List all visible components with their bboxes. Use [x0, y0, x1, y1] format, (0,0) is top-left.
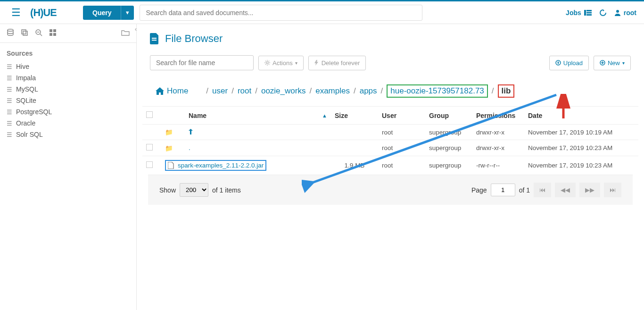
file-icon [168, 162, 174, 169]
history-icon[interactable] [599, 9, 607, 17]
page-input[interactable] [491, 184, 515, 196]
sidebar: ‹ Sources ☰Hive ☰Impala ☰MySQL ☰SQLite ☰… [0, 24, 137, 310]
parent-dir-link[interactable] [189, 129, 194, 136]
page-title-text: File Browser [165, 33, 223, 45]
db-icon: ☰ [7, 109, 12, 116]
col-date[interactable]: Date [524, 107, 638, 125]
breadcrumb-current: lib [498, 84, 515, 98]
first-page-button[interactable]: ⏮ [534, 183, 551, 197]
sidebar-item-solrsql[interactable]: ☰Solr SQL [0, 129, 136, 140]
svg-rect-14 [50, 33, 52, 36]
plus-circle-icon [600, 60, 605, 66]
file-link[interactable]: spark-examples_2.11-2.2.0.jar [178, 162, 264, 169]
menu-icon[interactable]: ☰ [8, 5, 25, 21]
upload-icon [555, 60, 561, 66]
svg-point-18 [266, 62, 268, 64]
table-row[interactable]: 📁 root supergroup drwxr-xr-x November 17… [142, 125, 638, 140]
cell-size [331, 140, 378, 156]
zoom-out-icon[interactable] [35, 29, 42, 38]
cell-user: root [378, 125, 425, 140]
col-name[interactable]: Name [189, 112, 206, 119]
query-button[interactable]: Query [83, 6, 121, 20]
sources-heading: Sources [0, 43, 136, 61]
file-toolbar: Actions ▾ Delete forever Upload New ▾ [137, 51, 644, 76]
svg-rect-7 [22, 30, 26, 34]
breadcrumb-part-apps[interactable]: apps [360, 86, 377, 96]
sidebar-item-label: MySQL [16, 85, 38, 93]
breadcrumb-sep: / [354, 86, 356, 96]
file-icon [150, 33, 159, 44]
breadcrumb-part-root[interactable]: root [238, 86, 251, 96]
next-page-button[interactable]: ▶▶ [579, 183, 600, 197]
query-dropdown-caret[interactable]: ▾ [121, 6, 134, 20]
col-size[interactable]: Size [331, 107, 378, 125]
query-button-group: Query ▾ [83, 6, 134, 20]
jobs-link[interactable]: Jobs [566, 9, 592, 17]
prev-page-button[interactable]: ◀◀ [555, 183, 576, 197]
cell-group: supergroup [425, 140, 472, 156]
top-right-nav: Jobs root [566, 9, 636, 17]
grid-icon[interactable] [49, 29, 57, 38]
db-icon: ☰ [7, 63, 12, 70]
sidebar-item-sqlite[interactable]: ☰SQLite [0, 95, 136, 106]
sidebar-item-mysql[interactable]: ☰MySQL [0, 84, 136, 95]
sidebar-toolbar: ‹ [0, 24, 136, 43]
page-size-select[interactable]: 200 [180, 183, 208, 197]
db-icon: ☰ [7, 75, 12, 82]
global-search [140, 5, 422, 21]
table-row[interactable]: spark-examples_2.11-2.2.0.jar 1.9 MB roo… [142, 156, 638, 175]
sidebar-item-impala[interactable]: ☰Impala [0, 72, 136, 84]
annotation-red-arrow [556, 94, 570, 120]
svg-rect-16 [152, 38, 157, 39]
breadcrumb-part-examples[interactable]: examples [315, 86, 350, 96]
breadcrumb-sep: / [255, 86, 257, 96]
database-icon[interactable] [7, 29, 14, 38]
breadcrumb-home[interactable]: Home [156, 86, 188, 96]
level-up-icon [189, 129, 194, 134]
last-page-button[interactable]: ⏭ [604, 183, 621, 197]
table-row[interactable]: 📁 . root supergroup drwxr-xr-x November … [142, 140, 638, 156]
breadcrumb-part-oozie-works[interactable]: oozie_works [261, 86, 306, 96]
file-search-input[interactable] [150, 55, 254, 70]
delete-forever-button[interactable]: Delete forever [308, 56, 366, 70]
new-label: New [608, 59, 620, 67]
breadcrumb-part-user[interactable]: user [212, 86, 228, 96]
svg-rect-8 [23, 31, 27, 35]
cell-size: 1.9 MB [331, 156, 378, 175]
copy-icon[interactable] [21, 29, 28, 38]
sort-asc-icon[interactable]: ▲ [322, 113, 327, 118]
delete-label: Delete forever [322, 59, 360, 67]
breadcrumb-sep: / [492, 86, 494, 96]
global-search-input[interactable] [140, 5, 422, 21]
folder-refresh-icon[interactable] [121, 29, 130, 38]
topbar: ☰ (H)UE Query ▾ Jobs root [0, 1, 644, 24]
new-button[interactable]: New ▾ [594, 56, 631, 70]
svg-rect-4 [586, 14, 592, 16]
col-group[interactable]: Group [425, 107, 472, 125]
row-checkbox[interactable] [146, 161, 153, 168]
user-link[interactable]: root [614, 9, 636, 17]
actions-button[interactable]: Actions ▾ [258, 56, 304, 70]
cell-permissions: drwxr-xr-x [472, 140, 524, 156]
upload-button[interactable]: Upload [549, 56, 589, 70]
sidebar-item-oracle[interactable]: ☰Oracle [0, 117, 136, 129]
select-all-checkbox[interactable] [146, 111, 153, 118]
of-items-label: of 1 items [212, 186, 241, 194]
svg-point-5 [616, 10, 619, 13]
row-checkbox[interactable] [146, 144, 153, 151]
jobs-label: Jobs [566, 9, 581, 17]
user-label: root [624, 9, 636, 17]
breadcrumb-part-highlighted[interactable]: hue-oozie-1573957182.73 [387, 84, 488, 98]
sidebar-item-postgresql[interactable]: ☰PostgreSQL [0, 106, 136, 117]
sidebar-item-hive[interactable]: ☰Hive [0, 61, 136, 72]
col-permissions[interactable]: Permissions [472, 107, 524, 125]
caret-down-icon: ▾ [295, 60, 297, 66]
folder-icon: 📁 [165, 145, 173, 152]
breadcrumb-sep: / [381, 86, 383, 96]
hue-logo[interactable]: (H)UE [30, 6, 77, 19]
svg-line-10 [40, 34, 42, 36]
current-dir-link[interactable]: . [189, 144, 190, 151]
highlighted-file: spark-examples_2.11-2.2.0.jar [165, 160, 266, 171]
col-user[interactable]: User [378, 107, 425, 125]
cell-date: November 17, 2019 10:19 AM [524, 125, 638, 140]
